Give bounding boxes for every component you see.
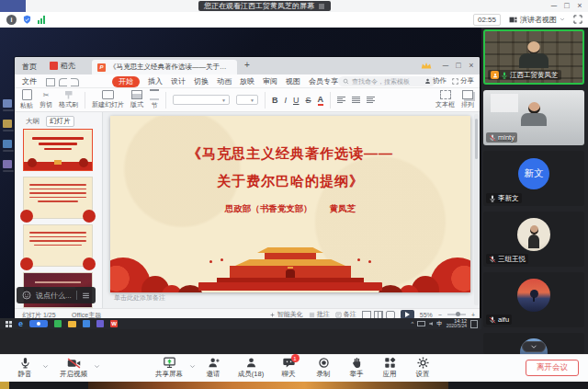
network-signal-icon[interactable]: [38, 16, 45, 24]
ribbon-tab-home[interactable]: 开始: [112, 76, 140, 87]
bold-button[interactable]: B: [272, 96, 278, 105]
save-icon[interactable]: [46, 78, 55, 86]
sidebar-collapse-button[interactable]: [522, 341, 546, 352]
danmaku-bar[interactable]: 说点什么...: [17, 287, 96, 303]
mute-options-chevron[interactable]: [42, 363, 49, 370]
format-painter-button[interactable]: 格式刷: [59, 91, 78, 109]
ribbon-tab-member[interactable]: 会员专享: [309, 76, 338, 87]
wps-file-menu[interactable]: 文件: [22, 76, 37, 86]
minimize-button[interactable]: ─: [548, 0, 560, 12]
notification-center-icon[interactable]: [470, 320, 478, 328]
close-button[interactable]: ×: [573, 0, 586, 12]
panel-tab-outline[interactable]: 大纲: [26, 117, 40, 126]
leave-meeting-button[interactable]: 离开会议: [526, 360, 579, 376]
mute-button[interactable]: 静音: [9, 357, 40, 379]
layout-button[interactable]: 版式: [130, 90, 143, 109]
align-center-icon[interactable]: [352, 97, 360, 104]
zoom-in-button[interactable]: +: [471, 312, 475, 318]
share-screen-button[interactable]: 共享屏幕: [151, 357, 187, 379]
section-button[interactable]: 节: [150, 89, 159, 110]
ribbon-tab-slideshow[interactable]: 放映: [240, 76, 254, 87]
participant-tile[interactable]: 江西工贸黄凤芝: [483, 29, 584, 85]
app-icon-blue[interactable]: [83, 320, 90, 327]
bullet-list-icon[interactable]: [367, 97, 375, 104]
banner-menu-icon[interactable]: [318, 3, 325, 10]
fullscreen-icon[interactable]: [573, 15, 582, 24]
font-color-button[interactable]: A: [318, 95, 324, 106]
chat-list-icon[interactable]: [82, 292, 90, 300]
app-icon-purple[interactable]: [96, 320, 104, 327]
wps-document-tab[interactable]: P 《马克思主义经典著作选读——关于费尔巴哈的提纲》: [92, 60, 237, 74]
canvas-scrollbar[interactable]: [474, 114, 479, 305]
apps-button[interactable]: 应用: [375, 357, 404, 379]
slide-thumbnail-1[interactable]: [23, 129, 93, 171]
taskbar-clock[interactable]: 14:12 2020/5/24: [447, 319, 467, 329]
italic-button[interactable]: I: [285, 96, 288, 105]
wps-minimize-button[interactable]: ─: [439, 60, 452, 71]
members-button[interactable]: 成员(18): [232, 357, 270, 379]
wps-home-tab[interactable]: 首页: [22, 62, 37, 72]
chat-button[interactable]: 1 聊天: [274, 357, 303, 379]
edge-icon[interactable]: e: [18, 319, 23, 328]
redo-icon[interactable]: [71, 78, 79, 86]
tray-expand-icon[interactable]: ^: [411, 321, 413, 326]
underline-button[interactable]: U: [293, 96, 300, 105]
wps-new-tab-button[interactable]: +: [244, 60, 250, 70]
notes-hint[interactable]: 单击此处添加备注: [114, 293, 165, 303]
crown-icon[interactable]: [421, 62, 432, 70]
new-slide-button[interactable]: 新建幻灯片: [92, 90, 124, 109]
collab-button[interactable]: 协作: [424, 76, 447, 86]
start-button-icon[interactable]: [6, 321, 12, 327]
watching-banner[interactable]: 您正在观看江西工贸黄凤芝的屏幕: [198, 1, 331, 11]
font-family-select[interactable]: ▼: [173, 95, 230, 105]
wps-docer-tab[interactable]: 稻壳: [50, 61, 75, 71]
ribbon-tab-insert[interactable]: 插入: [148, 76, 163, 87]
panel-tab-slides[interactable]: 幻灯片: [46, 116, 74, 127]
strike-button[interactable]: S: [306, 96, 311, 105]
raise-hand-button[interactable]: 举手: [342, 357, 371, 379]
ribbon-tab-design[interactable]: 设计: [171, 76, 186, 87]
participant-tile[interactable]: minty: [483, 90, 584, 145]
ribbon-search-box[interactable]: 查找命令，搜索模板: [338, 76, 435, 86]
textbox-button[interactable]: 文本框: [435, 90, 455, 109]
zoom-slider[interactable]: [447, 314, 466, 315]
emoji-icon[interactable]: [22, 291, 31, 300]
app-icon-green[interactable]: [54, 320, 62, 327]
arrange-button[interactable]: 排列: [461, 90, 474, 109]
participant-tile[interactable]: 三组王悦: [483, 212, 584, 267]
ribbon-tab-review[interactable]: 审阅: [263, 76, 277, 87]
share-options-chevron[interactable]: [189, 363, 196, 370]
view-mode-selector[interactable]: 演讲者视图: [509, 15, 565, 25]
folder-icon[interactable]: [68, 321, 76, 327]
slide-thumbnail-2[interactable]: [23, 177, 93, 219]
danmaku-input[interactable]: 说点什么...: [36, 291, 72, 301]
wps-close-button[interactable]: ×: [465, 60, 478, 71]
wps-taskbar-icon[interactable]: W: [110, 320, 118, 327]
ribbon-tab-animation[interactable]: 动画: [217, 76, 232, 87]
participant-tile[interactable]: aifu: [483, 272, 584, 327]
invite-button[interactable]: 邀请: [198, 357, 228, 379]
info-icon[interactable]: i: [6, 15, 17, 25]
align-left-icon[interactable]: [337, 97, 345, 104]
security-shield-icon[interactable]: [22, 15, 32, 25]
video-options-chevron[interactable]: [94, 363, 100, 370]
wps-maximize-button[interactable]: □: [452, 60, 465, 71]
undo-icon[interactable]: [59, 78, 67, 86]
share-button[interactable]: 分享: [452, 76, 474, 86]
cut-button[interactable]: ✂ 剪切: [40, 91, 52, 109]
slide-thumbnail-3[interactable]: [23, 224, 93, 267]
taskbar-pill-button[interactable]: [29, 320, 48, 327]
volume-icon[interactable]: [429, 322, 433, 326]
settings-button[interactable]: 设置: [408, 357, 437, 379]
ribbon-tab-transition[interactable]: 切换: [194, 76, 209, 87]
start-video-button[interactable]: 开启视频: [55, 357, 92, 379]
ribbon-tab-view[interactable]: 视图: [286, 76, 300, 87]
zoom-out-button[interactable]: −: [438, 312, 442, 318]
ime-indicator[interactable]: 中: [436, 320, 443, 328]
record-button[interactable]: 录制: [309, 357, 338, 379]
font-size-select[interactable]: ▼: [236, 95, 258, 105]
maximize-button[interactable]: □: [560, 0, 573, 12]
paste-button[interactable]: 粘贴: [20, 89, 33, 110]
participant-tile-partial[interactable]: [483, 333, 584, 354]
participant-tile[interactable]: 新文 李新文: [483, 151, 584, 206]
